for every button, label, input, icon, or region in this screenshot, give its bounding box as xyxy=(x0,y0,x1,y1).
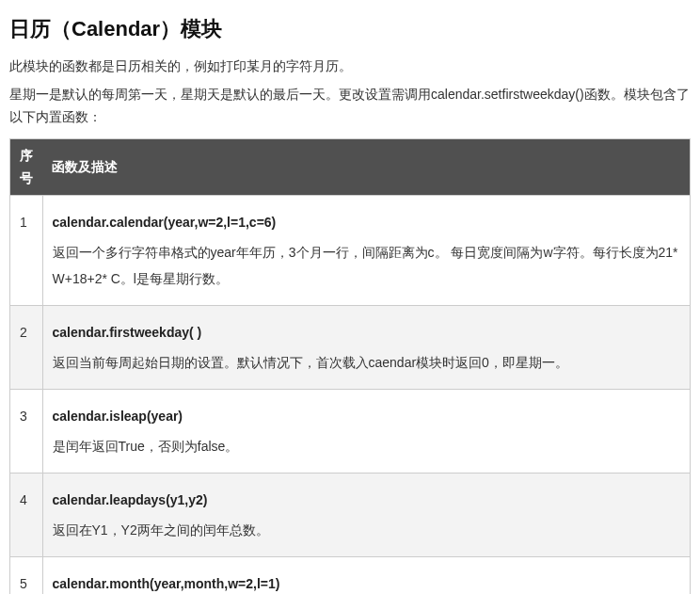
row-number: 1 xyxy=(10,196,43,306)
col-header-desc: 函数及描述 xyxy=(42,138,691,196)
intro-line: 星期一是默认的每周第一天，星期天是默认的最后一天。更改设置需调用calendar… xyxy=(9,84,691,129)
row-number: 3 xyxy=(10,390,43,474)
function-description: 返回一个多行字符串格式的year年年历，3个月一行，间隔距离为c。 每日宽度间隔… xyxy=(53,239,681,292)
page-title: 日历（Calendar）模块 xyxy=(9,11,691,46)
row-content: calendar.firstweekday( ) 返回当前每周起始日期的设置。默… xyxy=(42,306,691,390)
function-signature: calendar.month(year,month,w=2,l=1) xyxy=(53,570,681,594)
table-row: 5 calendar.month(year,month,w=2,l=1) 返回一… xyxy=(10,557,691,594)
function-description: 返回在Y1，Y2两年之间的闰年总数。 xyxy=(53,517,681,543)
table-row: 4 calendar.leapdays(y1,y2) 返回在Y1，Y2两年之间的… xyxy=(10,474,691,557)
row-content: calendar.leapdays(y1,y2) 返回在Y1，Y2两年之间的闰年… xyxy=(42,474,691,557)
row-number: 2 xyxy=(10,306,43,390)
function-description: 是闰年返回True，否则为false。 xyxy=(53,433,681,459)
row-number: 5 xyxy=(10,557,43,594)
function-signature: calendar.isleap(year) xyxy=(53,403,681,429)
col-header-number: 序号 xyxy=(10,138,43,196)
function-signature: calendar.firstweekday( ) xyxy=(53,319,681,345)
row-content: calendar.calendar(year,w=2,l=1,c=6) 返回一个… xyxy=(42,196,691,306)
intro-block: 此模块的函数都是日历相关的，例如打印某月的字符月历。 星期一是默认的每周第一天，… xyxy=(9,56,691,128)
table-header-row: 序号 函数及描述 xyxy=(10,138,691,196)
function-signature: calendar.leapdays(y1,y2) xyxy=(53,487,681,513)
row-content: calendar.isleap(year) 是闰年返回True，否则为false… xyxy=(42,390,691,474)
row-content: calendar.month(year,month,w=2,l=1) 返回一个多… xyxy=(42,557,691,594)
table-row: 2 calendar.firstweekday( ) 返回当前每周起始日期的设置… xyxy=(10,306,691,390)
functions-table: 序号 函数及描述 1 calendar.calendar(year,w=2,l=… xyxy=(9,138,691,594)
row-number: 4 xyxy=(10,474,43,557)
function-signature: calendar.calendar(year,w=2,l=1,c=6) xyxy=(53,209,681,235)
table-row: 3 calendar.isleap(year) 是闰年返回True，否则为fal… xyxy=(10,390,691,474)
table-row: 1 calendar.calendar(year,w=2,l=1,c=6) 返回… xyxy=(10,196,691,306)
function-description: 返回当前每周起始日期的设置。默认情况下，首次载入caendar模块时返回0，即星… xyxy=(53,349,681,376)
intro-line: 此模块的函数都是日历相关的，例如打印某月的字符月历。 xyxy=(9,56,691,78)
